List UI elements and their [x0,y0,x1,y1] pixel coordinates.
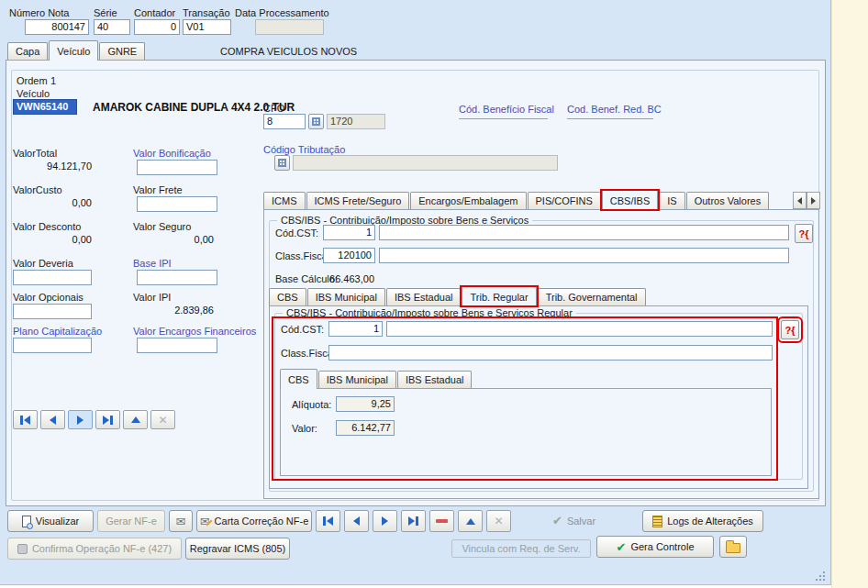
abrir-pasta-button[interactable] [719,536,747,558]
reg-cst-help-button[interactable]: ?{ [781,320,799,339]
tab-pis-cofins[interactable]: PIS/COFINS [528,192,601,209]
ordem-label: Ordem [17,75,48,87]
plano-capitalizacao-field[interactable] [13,338,92,353]
valor-seguro-value: 0,00 [137,234,214,246]
codigo-tributacao-lookup-button[interactable] [274,155,290,171]
serie-field[interactable]: 40 [94,19,130,35]
regravar-icms-button[interactable]: Regravar ICMS (805) [185,538,290,560]
tab-is[interactable]: IS [659,192,684,209]
subtab-ibs-municipal[interactable]: IBS Municipal [307,288,385,305]
tab-cbs-ibs-label: CBS/IBS [610,195,650,206]
innertab-cbs[interactable]: CBS [280,369,317,389]
veiculo-code-field[interactable]: VWN65140 [13,99,77,115]
vehicle-nav-next-button[interactable] [68,410,93,429]
valor-total-value: 94.121,70 [13,161,92,172]
resize-grip[interactable] [816,571,818,573]
vehicle-nav-prev-button[interactable] [40,410,65,429]
tab-icms-label: ICMS [272,195,297,206]
nav-last-button[interactable] [401,510,426,532]
visualizar-button[interactable]: Visualizar [7,510,94,532]
reg-cod-cst-field[interactable]: 1 [328,321,383,337]
cod-beneficio-fiscal-field[interactable] [459,118,548,119]
subtab-ibs-municipal-label: IBS Municipal [316,292,377,303]
valor-desconto-label: Valor Desconto [13,221,81,233]
cod-cst-label: Cód.CST: [275,227,318,239]
logs-label: Logs de Alterações [667,516,753,527]
nav-first-button[interactable] [316,510,340,532]
valor-ipi-value: 2.839,86 [137,305,214,316]
valor-bonificacao-label: Valor Bonificação [133,148,211,160]
tab-encargos-embalagem[interactable]: Encargos/Embalagem [410,192,526,209]
nav-delete-button[interactable] [429,510,454,532]
tab-gnre[interactable]: GNRE [99,42,145,60]
logs-alteracoes-button[interactable]: Logs de Alterações [642,510,763,532]
salvar-button[interactable]: ✔Salvar [552,515,595,527]
vehicle-nav-delete-button[interactable]: ✕ [150,410,175,429]
nav-cancel-button[interactable]: ✕ [486,510,511,532]
tab-capa[interactable]: Capa [7,42,48,60]
vincula-req-button[interactable]: Vincula com Req. de Serv. [451,539,591,558]
regravar-icms-label: Regravar ICMS (805) [190,543,286,554]
vehicle-nav-last-button[interactable] [95,410,120,429]
valor-opcionais-label: Valor Opcionais [13,292,83,304]
cod-benef-red-bc-field[interactable] [567,118,653,119]
cod-cst-field[interactable]: 1 [323,225,375,240]
vehicle-nav-first-button[interactable] [13,410,38,429]
gerar-nfe-button[interactable]: Gerar NF-e [97,510,165,532]
nav-prev-button[interactable] [344,510,369,532]
gera-controle-button[interactable]: ✔Gera Controle [596,536,714,558]
next-icon [382,516,388,526]
desktop-strip [831,0,868,588]
innertab-ibs-municipal[interactable]: IBS Municipal [318,371,396,388]
transacao-field[interactable]: V01 [183,19,231,35]
carta-correcao-button[interactable]: ✉Carta Correção NF-e [196,510,312,532]
tab-scroll-left-button[interactable] [793,192,807,209]
valor-seguro-label: Valor Seguro [133,221,191,233]
valor-encargos-financeiros-field[interactable] [137,338,217,353]
last-icon [103,416,109,425]
plano-capitalizacao-label: Plano Capitalização [13,326,102,338]
regular-group-title: CBS/IBS - Contribuição/Imposto sobre Ben… [283,307,576,319]
class-fiscal-desc-field[interactable] [379,248,789,263]
tab-icms[interactable]: ICMS [263,192,306,209]
valor-opcionais-field[interactable] [13,304,92,319]
valor-bonificacao-field[interactable] [137,160,217,175]
next-icon [77,416,83,425]
tab-outros-valores[interactable]: Outros Valores [686,192,770,209]
valor-desconto-value: 0,00 [13,234,92,246]
innertab-ibs-estadual[interactable]: IBS Estadual [397,371,473,388]
reg-class-fiscal-field[interactable] [328,345,773,361]
serie-label: Série [94,7,117,19]
numero-nota-field[interactable]: 800147 [25,19,89,35]
tab-cbs-ibs[interactable]: CBS/IBS [602,190,658,210]
tab-scroll-right-button[interactable] [807,192,820,209]
valor-deveria-field[interactable] [13,270,92,285]
first-icon [20,416,23,425]
cfo-lookup-button[interactable] [308,114,324,129]
innertab-ibs-municipal-label: IBS Municipal [327,374,388,385]
valor-frete-field[interactable] [137,196,217,212]
class-fiscal-field[interactable]: 120100 [323,248,375,263]
cod-cst-desc-field[interactable] [379,225,789,240]
subtab-trib-governamental[interactable]: Trib. Governamental [538,288,646,305]
visualizar-label: Visualizar [36,516,80,527]
subtab-trib-regular[interactable]: Trib. Regular [462,286,536,306]
enviar-email-button[interactable]: ✉ [169,510,193,532]
lookup-grid-icon [312,117,320,126]
cst-help-button[interactable]: ?{ [795,224,813,243]
nav-next-button[interactable] [373,510,397,532]
contador-field[interactable]: 0 [134,19,180,35]
subtab-cbs[interactable]: CBS [269,288,306,305]
reg-cod-cst-desc-field[interactable] [386,321,773,337]
cfo-field[interactable]: 8 [263,114,306,129]
confirma-operacao-button[interactable]: Confirma Operação NF-e (427) [7,538,182,560]
tab-veiculo[interactable]: Veículo [49,40,98,61]
valor-total-label: ValorTotal [13,148,57,160]
subtab-ibs-estadual[interactable]: IBS Estadual [386,288,462,305]
nav-up-button[interactable] [458,510,483,532]
subtab-ibs-estadual-label: IBS Estadual [395,292,453,303]
vehicle-nav-up-button[interactable] [123,410,148,429]
tab-icms-frete-seguro[interactable]: ICMS Frete/Seguro [306,192,410,209]
up-icon [466,518,475,525]
base-ipi-field[interactable] [137,270,217,285]
